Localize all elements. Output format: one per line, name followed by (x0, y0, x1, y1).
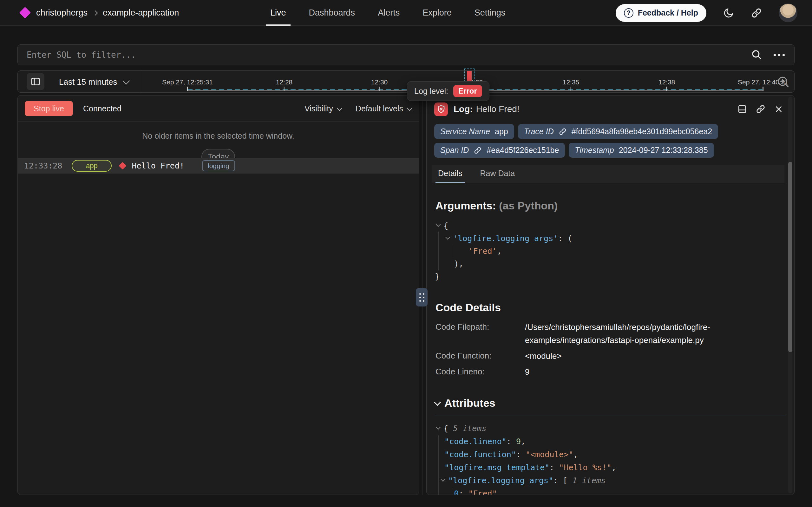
attributes-code-block[interactable]: { 5 items "code.lineno": 9, "code.functi… (435, 422, 794, 495)
sidebar-toggle-icon[interactable] (27, 73, 45, 90)
error-shield-icon (434, 103, 448, 116)
detail-header-icons (737, 96, 784, 123)
attributes-divider (436, 415, 786, 416)
top-nav: christophergs example-application Live D… (0, 0, 812, 26)
code-lineno-label: Code Lineno: (436, 367, 525, 379)
log-row-timestamp: 12:33:28 (24, 161, 62, 170)
arguments-heading: Arguments: (as Python) (436, 200, 794, 212)
visibility-dropdown[interactable]: Visibility (305, 104, 341, 113)
breadcrumb: christophergs example-application (36, 8, 179, 18)
time-range-selector[interactable]: Last 15 minutes (59, 71, 129, 93)
span-id-pill[interactable]: Span ID #ea4d5f226ec151be (434, 143, 565, 158)
log-row-message: Hello Fred! (132, 161, 184, 170)
time-range-label: Last 15 minutes (59, 77, 117, 87)
timestamp-pill[interactable]: Timestamp 2024-09-27 12:33:28.385 (569, 143, 714, 158)
nav-right: ? Feedback / Help (616, 0, 797, 26)
detail-tabs: Details Raw Data (432, 165, 785, 183)
breadcrumb-project[interactable]: example-application (103, 8, 179, 18)
breadcrumb-org[interactable]: christophergs (36, 8, 87, 18)
nav-tab-alerts[interactable]: Alerts (378, 0, 400, 26)
log-row-selected[interactable]: 12:33:28 app Hello Fred! logging (18, 158, 419, 174)
code-filepath-value: /Users/christophersamiullah/repos/pydant… (525, 321, 793, 347)
time-range-bar: Last 15 minutes Sep 27, 12:25:31 12:28 1… (17, 70, 795, 93)
code-lineno-value: 9 (525, 365, 793, 379)
chevron-down-icon (407, 105, 412, 111)
service-pill: app (72, 160, 112, 172)
copy-link-icon[interactable] (756, 104, 766, 114)
log-level-tooltip: Log level: Error (407, 81, 489, 101)
search-icon[interactable] (751, 49, 763, 61)
chevron-down-icon (336, 105, 342, 111)
connection-status: Connected (83, 104, 122, 113)
attributes-heading-text: Attributes (444, 397, 495, 409)
arguments-heading-suffix: (as Python) (499, 200, 558, 212)
span-id-value: #ea4d5f226ec151be (487, 146, 559, 155)
trace-id-pill[interactable]: Trace ID #fdd5694a8fa98eb4e301d99ebc056e… (518, 124, 719, 139)
arguments-heading-text: Arguments: (436, 200, 496, 212)
default-levels-label: Default levels (356, 104, 403, 113)
code-lineno-row: Code Lineno: 9 (436, 367, 794, 379)
code-filepath-label: Code Filepath: (436, 322, 525, 347)
nav-tab-settings[interactable]: Settings (475, 0, 506, 26)
share-link-icon[interactable] (751, 7, 762, 19)
timeline-tick: 12:30 (371, 78, 388, 91)
error-level-badge: Error (453, 85, 482, 97)
nav-tab-live[interactable]: Live (270, 0, 286, 26)
detail-title-text: Hello Fred! (476, 104, 519, 114)
code-function-row: Code Function: <module> (436, 351, 794, 362)
timeline-tick: 12:35 (563, 78, 579, 91)
default-levels-dropdown[interactable]: Default levels (356, 104, 412, 113)
detail-title: Log:Hello Fred! (453, 104, 519, 114)
stop-live-button[interactable]: Stop live (25, 101, 73, 116)
nav-left: christophergs example-application (0, 8, 179, 18)
error-diamond-icon (119, 162, 127, 169)
tooltip-label: Log level: (414, 87, 448, 96)
nav-tab-explore[interactable]: Explore (423, 0, 452, 26)
feedback-help-button[interactable]: ? Feedback / Help (616, 4, 706, 22)
logger-tag-pill: logging (202, 160, 235, 171)
chevron-down-icon (122, 77, 130, 85)
sql-filter-input[interactable] (18, 45, 751, 65)
timestamp-label: Timestamp (575, 146, 614, 155)
code-function-label: Code Function: (436, 351, 525, 362)
service-name-pill[interactable]: Service Name app (434, 124, 514, 139)
timeline-tick: Sep 27, 12:25:31 (162, 78, 213, 91)
feedback-help-label: Feedback / Help (638, 8, 698, 17)
timestamp-value: 2024-09-27 12:33:28.385 (619, 146, 708, 155)
detail-scrollbar-thumb[interactable] (788, 162, 792, 352)
code-details-rows: Code Filepath: /Users/christophersamiull… (436, 322, 794, 379)
logfire-logo-icon[interactable] (19, 7, 31, 19)
question-circle-icon: ? (624, 8, 633, 18)
avatar[interactable] (779, 3, 797, 22)
visibility-label: Visibility (305, 104, 333, 113)
zoom-in-icon[interactable] (776, 75, 791, 89)
primary-nav-tabs: Live Dashboards Alerts Explore Settings (270, 0, 505, 26)
dark-mode-moon-icon[interactable] (723, 7, 734, 19)
filter-bar-icons (751, 49, 794, 61)
log-meta-pills: Service Name app Trace ID #fdd5694a8fa98… (427, 123, 785, 158)
trace-id-value: #fdd5694a8fa98eb4e301d99ebc056ea2 (572, 127, 712, 136)
code-function-value: <module> (525, 350, 793, 362)
panel-resize-handle[interactable] (416, 288, 428, 306)
close-icon[interactable] (774, 104, 784, 114)
nav-tab-dashboards[interactable]: Dashboards (309, 0, 355, 26)
divider (140, 71, 140, 92)
chevron-right-icon (92, 10, 98, 16)
tab-details[interactable]: Details (436, 165, 465, 183)
trace-id-label: Trace ID (524, 127, 554, 136)
tab-raw-data[interactable]: Raw Data (477, 165, 517, 183)
dock-panel-icon[interactable] (737, 104, 747, 114)
collapse-chevron-icon[interactable] (434, 399, 442, 407)
arguments-code-block[interactable]: { 'logfire.logging_args': ( 'Fred', ),} (435, 220, 794, 283)
logfire-app-window: christophergs example-application Live D… (0, 0, 812, 507)
live-view-panel: Stop live Connected Visibility Default l… (17, 95, 419, 495)
timeline-tick: 12:28 (276, 78, 293, 91)
more-options-icon[interactable] (773, 54, 785, 56)
link-icon (559, 127, 567, 136)
sql-filter-bar (17, 44, 795, 65)
live-panel-header: Stop live Connected Visibility Default l… (18, 96, 419, 122)
attributes-heading: Attributes (434, 397, 794, 409)
code-details-heading: Code Details (436, 301, 794, 314)
detail-scrollbar (788, 97, 792, 493)
empty-window-message: No older items in the selected time wind… (18, 131, 419, 140)
